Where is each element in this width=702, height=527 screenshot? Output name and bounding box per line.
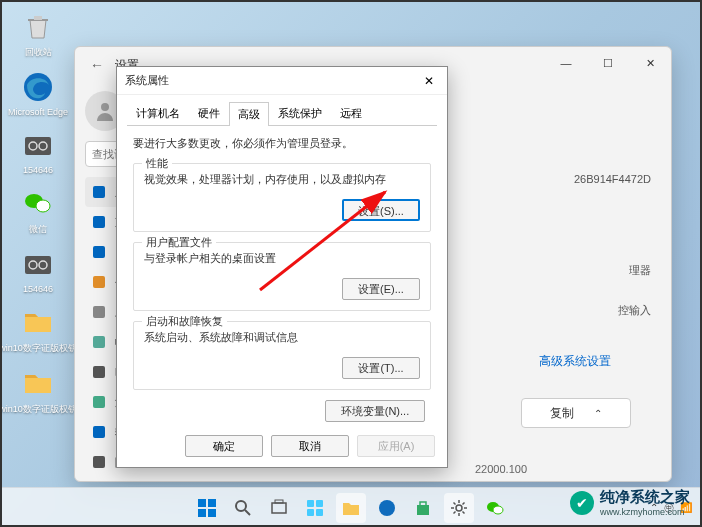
svg-rect-33 [316,509,323,516]
svg-rect-13 [93,276,105,288]
system-properties-dialog: 系统属性 ✕ 计算机名硬件高级系统保护远程 要进行大多数更改，你必须作为管理员登… [116,66,448,468]
device-id-value: 26B914F4472D [574,173,651,185]
tab-3[interactable]: 系统保护 [269,101,331,125]
tab-4[interactable]: 远程 [331,101,371,125]
svg-rect-18 [93,426,105,438]
recycle-bin-icon [20,8,56,44]
explorer-button[interactable] [336,493,366,523]
svg-rect-15 [93,336,105,348]
group-title: 启动和故障恢复 [142,314,227,329]
svg-line-27 [245,510,250,515]
store-button[interactable] [408,493,438,523]
desktop-icon-folder[interactable]: win10数字证版权钥 [8,304,68,355]
edge-icon [20,69,56,105]
edge-taskbar-button[interactable] [372,493,402,523]
profiles-settings-button[interactable]: 设置(E)... [342,278,420,300]
group-title: 性能 [142,156,172,171]
desktop-icon-label: win10数字证版权钥 [0,403,77,416]
performance-settings-button[interactable]: 设置(S)... [342,199,420,221]
svg-rect-12 [93,246,105,258]
svg-point-35 [456,505,462,511]
advanced-system-settings-link[interactable]: 高级系统设置 [539,353,611,370]
watermark-text: 纯净系统之家 [600,488,690,505]
environment-variables-button[interactable]: 环境变量(N)... [325,400,425,422]
sysprops-title: 系统属性 [125,73,169,88]
sysprops-titlebar: 系统属性 ✕ [117,67,447,95]
watermark-url: www.kzmyhome.com [600,507,690,517]
back-button[interactable]: ← [83,57,111,73]
accounts-icon [91,334,107,350]
svg-rect-22 [198,499,206,507]
desktop-icon-edge[interactable]: Microsoft Edge [8,69,68,117]
ok-button[interactable]: 确定 [185,435,263,457]
privacy-icon [91,454,107,470]
group-desc: 系统启动、系统故障和调试信息 [144,330,420,345]
tab-content-advanced: 要进行大多数更改，你必须作为管理员登录。 性能 视觉效果，处理器计划，内存使用，… [127,126,437,432]
wechat-icon [20,185,56,221]
chevron-up-icon: ⌃ [594,408,602,419]
startup-settings-button[interactable]: 设置(T)... [342,357,420,379]
desktop-icon-label: 154646 [23,165,53,175]
svg-rect-17 [93,396,105,408]
accessibility-icon [91,424,107,440]
widgets-button[interactable] [300,493,330,523]
settings-taskbar-button[interactable] [444,493,474,523]
desktop-icon-folder[interactable]: 154646 [8,246,68,294]
svg-rect-31 [316,500,323,507]
admin-note: 要进行大多数更改，你必须作为管理员登录。 [133,136,431,151]
watermark-logo-icon: ✔ [570,491,594,515]
svg-rect-32 [307,509,314,516]
svg-rect-23 [208,499,216,507]
apps-icon [91,304,107,320]
folder-icon [20,365,56,401]
minimize-button[interactable]: — [545,47,587,79]
start-button[interactable] [192,493,222,523]
svg-point-37 [493,506,503,514]
build-number: 22000.100 [475,463,527,475]
user-profiles-group: 用户配置文件 与登录帐户相关的桌面设置 设置(E)... [133,242,431,311]
close-button[interactable]: ✕ [415,71,443,91]
bluetooth-icon [91,214,107,230]
gear-folder-icon [20,246,56,282]
dialog-footer: 确定 取消 应用(A) [185,435,435,457]
svg-rect-19 [93,456,105,468]
desktop-icon-folder[interactable]: 154646 [8,127,68,175]
svg-rect-25 [208,509,216,517]
maximize-button[interactable]: ☐ [587,47,629,79]
sysprops-tabs: 计算机名硬件高级系统保护远程 [127,101,437,126]
svg-point-5 [36,200,50,212]
desktop-icon-label: win10数字证版权钥 [0,342,77,355]
copy-button-label: 复制 [550,405,574,422]
touch-label: 控输入 [618,303,651,318]
group-desc: 视觉效果，处理器计划，内存使用，以及虚拟内存 [144,172,420,187]
personalization-icon [91,274,107,290]
tab-2[interactable]: 高级 [229,102,269,126]
close-button[interactable]: ✕ [629,47,671,79]
folder-icon [20,304,56,340]
search-button[interactable] [228,493,258,523]
desktop: 回收站 Microsoft Edge 154646 微信 154646 win1… [8,8,68,426]
wechat-taskbar-button[interactable] [480,493,510,523]
desktop-icon-folder[interactable]: win10数字证版权钥 [8,365,68,416]
svg-rect-30 [307,500,314,507]
system-icon [91,184,107,200]
taskview-button[interactable] [264,493,294,523]
startup-recovery-group: 启动和故障恢复 系统启动、系统故障和调试信息 设置(T)... [133,321,431,390]
svg-rect-16 [93,366,105,378]
svg-rect-11 [93,216,105,228]
copy-button[interactable]: 复制 ⌃ [521,398,631,428]
desktop-icon-label: Microsoft Edge [8,107,68,117]
tab-1[interactable]: 硬件 [189,101,229,125]
window-controls: — ☐ ✕ [545,47,671,79]
tab-0[interactable]: 计算机名 [127,101,189,125]
desktop-icon-label: 回收站 [25,46,52,59]
sidebar-item-windows-update[interactable]: Windows 更新 [85,477,225,481]
cancel-button[interactable]: 取消 [271,435,349,457]
performance-group: 性能 视觉效果，处理器计划，内存使用，以及虚拟内存 设置(S)... [133,163,431,232]
desktop-icon-wechat[interactable]: 微信 [8,185,68,236]
svg-rect-28 [272,503,286,513]
desktop-icon-recycle-bin[interactable]: 回收站 [8,8,68,59]
svg-rect-24 [198,509,206,517]
apply-button[interactable]: 应用(A) [357,435,435,457]
gaming-icon [91,394,107,410]
